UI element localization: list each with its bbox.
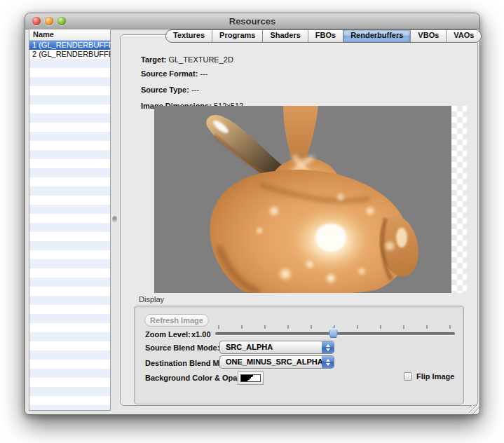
slider-tick <box>311 325 312 329</box>
texture-image <box>154 106 451 293</box>
arrow-down-icon <box>326 363 330 366</box>
zoom-slider[interactable] <box>215 325 455 340</box>
slider-tick <box>357 325 358 329</box>
flip-image-checkbox[interactable] <box>404 372 412 381</box>
list-item[interactable]: 2 (GL_RENDERBUFFE… <box>29 50 110 59</box>
display-group-label: Display <box>139 295 164 304</box>
source-type-row: Source Type: --- <box>141 86 199 94</box>
background-color-label: Background Color & Opacity: <box>145 374 253 382</box>
slider-tick <box>218 325 219 329</box>
zoom-level-label: Zoom Level: <box>145 330 191 339</box>
arrow-down-icon <box>326 348 330 351</box>
transparency-checkerboard <box>451 106 467 293</box>
refresh-image-button[interactable]: Refresh Image <box>144 314 209 327</box>
source-type-value: --- <box>191 86 199 94</box>
slider-tick <box>380 325 381 329</box>
source-blend-popup[interactable]: SRC_ALPHA <box>219 341 334 354</box>
name-column-header[interactable]: Name <box>29 29 110 41</box>
list-item[interactable]: 1 (GL_RENDERBUFFE… <box>29 41 110 50</box>
tab-vbos[interactable]: VBOs <box>410 30 446 42</box>
color-opacity-swatch-icon <box>240 374 261 382</box>
splitter-handle[interactable] <box>112 216 117 222</box>
window-resize-grip-icon[interactable] <box>469 404 479 414</box>
popup-stepper-icon <box>322 356 334 368</box>
slider-tick <box>264 325 266 329</box>
source-blend-value: SRC_ALPHA <box>226 343 273 351</box>
source-blend-label: Source Blend Mode: <box>145 343 219 352</box>
tab-programs[interactable]: Programs <box>212 30 262 42</box>
slider-tick <box>426 325 428 329</box>
slider-tick <box>403 325 404 329</box>
resource-type-tabs: Textures Programs Shaders FBOs Renderbuf… <box>165 29 482 43</box>
bunny-model-render <box>154 106 451 293</box>
tab-vaos[interactable]: VAOs <box>446 30 481 42</box>
flip-image-label: Flip Image <box>416 372 454 381</box>
resource-list-rows[interactable]: 1 (GL_RENDERBUFFE… 2 (GL_RENDERBUFFE… <box>29 41 110 410</box>
tab-textures[interactable]: Textures <box>166 30 212 42</box>
window-title: Resources <box>25 16 479 27</box>
slider-tick <box>287 325 289 329</box>
dest-blend-value: ONE_MINUS_SRC_ALPHA <box>226 357 323 366</box>
source-format-row: Source Format: --- <box>141 69 207 78</box>
resources-window: Resources Name 1 (GL_RENDERBUFFE… 2 (GL_… <box>25 13 480 415</box>
source-format-value: --- <box>200 69 207 78</box>
tab-fbos[interactable]: FBOs <box>308 30 343 42</box>
target-label: Target: <box>141 55 166 64</box>
source-type-label: Source Type: <box>141 86 189 94</box>
tab-renderbuffers[interactable]: Renderbuffers <box>343 30 410 42</box>
dest-blend-popup[interactable]: ONE_MINUS_SRC_ALPHA <box>219 355 334 369</box>
popup-stepper-icon <box>322 341 334 353</box>
target-row: Target: GL_TEXTURE_2D <box>141 55 233 64</box>
screenshot-stage: Resources Name 1 (GL_RENDERBUFFE… 2 (GL_… <box>0 0 504 443</box>
slider-thumb[interactable] <box>329 327 338 338</box>
resource-list: Name 1 (GL_RENDERBUFFE… 2 (GL_RENDERBUFF… <box>29 29 111 411</box>
texture-preview <box>154 106 467 293</box>
title-bar[interactable]: Resources <box>25 13 479 29</box>
arrow-up-icon <box>326 359 330 362</box>
target-value: GL_TEXTURE_2D <box>169 55 233 64</box>
slider-tick <box>241 325 243 329</box>
source-format-label: Source Format: <box>141 69 198 78</box>
slider-tick <box>449 325 451 329</box>
zoom-level-value: x1.00 <box>191 330 211 339</box>
background-color-well[interactable] <box>238 372 264 385</box>
tab-shaders[interactable]: Shaders <box>262 30 307 42</box>
arrow-up-icon <box>326 344 330 347</box>
